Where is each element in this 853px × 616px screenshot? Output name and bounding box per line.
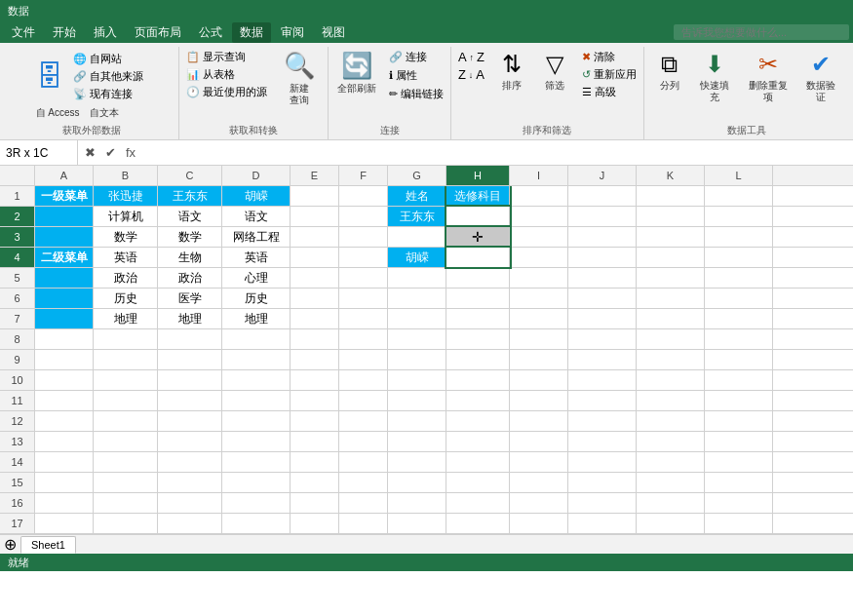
cell-I15[interactable] bbox=[510, 473, 568, 492]
col-header-H[interactable]: H bbox=[446, 166, 510, 185]
row-num-4[interactable]: 4 bbox=[0, 248, 35, 267]
cell-F4[interactable] bbox=[339, 248, 388, 267]
cell-I9[interactable] bbox=[510, 350, 568, 369]
col-header-I[interactable]: I bbox=[510, 166, 568, 185]
cell-B8[interactable] bbox=[94, 329, 158, 349]
cell-J8[interactable] bbox=[568, 329, 637, 349]
cell-B16[interactable] bbox=[94, 493, 158, 513]
other-button[interactable]: 🔗自其他来源 bbox=[69, 68, 147, 85]
current-connect-button[interactable]: 📡现有连接 bbox=[69, 86, 147, 102]
row-num-10[interactable]: 10 bbox=[0, 370, 35, 390]
cell-E6[interactable] bbox=[291, 289, 339, 308]
cancel-icon[interactable]: ✖ bbox=[82, 144, 98, 161]
confirm-icon[interactable]: ✔ bbox=[102, 144, 119, 161]
cell-C17[interactable] bbox=[158, 514, 222, 533]
cell-C1[interactable]: 王东东 bbox=[158, 186, 222, 206]
cell-A15[interactable] bbox=[35, 473, 94, 492]
cell-B11[interactable] bbox=[94, 391, 158, 410]
cell-B15[interactable] bbox=[94, 473, 158, 492]
cell-K4[interactable] bbox=[637, 248, 705, 267]
cell-F1[interactable] bbox=[339, 186, 388, 206]
cell-D15[interactable] bbox=[222, 473, 291, 492]
cell-K6[interactable] bbox=[637, 289, 705, 308]
cell-F17[interactable] bbox=[339, 514, 388, 533]
cell-I8[interactable] bbox=[510, 329, 568, 349]
menu-item-review[interactable]: 审阅 bbox=[273, 22, 312, 43]
row-num-6[interactable]: 6 bbox=[0, 289, 35, 308]
cell-G11[interactable] bbox=[388, 391, 446, 410]
cell-J6[interactable] bbox=[568, 289, 637, 308]
row-num-5[interactable]: 5 bbox=[0, 268, 35, 288]
cell-H4[interactable] bbox=[446, 248, 510, 267]
cell-G7[interactable] bbox=[388, 309, 446, 328]
menu-item-data[interactable]: 数据 bbox=[232, 22, 271, 43]
cell-F15[interactable] bbox=[339, 473, 388, 492]
cell-L7[interactable] bbox=[705, 309, 773, 328]
cell-L6[interactable] bbox=[705, 289, 773, 308]
cell-G17[interactable] bbox=[388, 514, 446, 533]
cell-J16[interactable] bbox=[568, 493, 637, 513]
cell-G8[interactable] bbox=[388, 329, 446, 349]
cell-E9[interactable] bbox=[291, 350, 339, 369]
cell-L1[interactable] bbox=[705, 186, 773, 206]
cell-H6[interactable] bbox=[446, 289, 510, 308]
web-button[interactable]: 🌐自网站 bbox=[69, 51, 147, 67]
cell-C8[interactable] bbox=[158, 329, 222, 349]
cell-I4[interactable] bbox=[510, 248, 568, 267]
cell-I17[interactable] bbox=[510, 514, 568, 533]
cell-B7[interactable]: 地理 bbox=[94, 309, 158, 328]
cell-L13[interactable] bbox=[705, 432, 773, 451]
cell-C2[interactable]: 语文 bbox=[158, 207, 222, 226]
cell-D7[interactable]: 地理 bbox=[222, 309, 291, 328]
cell-H8[interactable] bbox=[446, 329, 510, 349]
formula-input[interactable] bbox=[142, 146, 853, 160]
cell-I6[interactable] bbox=[510, 289, 568, 308]
menu-item-insert[interactable]: 插入 bbox=[86, 22, 125, 43]
formula-icon[interactable]: fx bbox=[123, 144, 138, 161]
cell-G12[interactable] bbox=[388, 411, 446, 431]
cell-L11[interactable] bbox=[705, 391, 773, 410]
cell-E16[interactable] bbox=[291, 493, 339, 513]
cell-J12[interactable] bbox=[568, 411, 637, 431]
cell-I2[interactable] bbox=[510, 207, 568, 226]
cell-A1[interactable]: 一级菜单 bbox=[35, 186, 94, 206]
cell-A7[interactable] bbox=[35, 309, 94, 328]
cell-G3[interactable] bbox=[388, 227, 446, 247]
row-num-15[interactable]: 15 bbox=[0, 473, 35, 492]
cell-K14[interactable] bbox=[637, 452, 705, 472]
fill-button[interactable]: ⬇ 快速填充 bbox=[693, 49, 738, 105]
cell-D12[interactable] bbox=[222, 411, 291, 431]
edit-links-button[interactable]: ✏编辑链接 bbox=[385, 86, 447, 102]
reapply-button[interactable]: ↺重新应用 bbox=[578, 66, 640, 83]
cell-K1[interactable] bbox=[637, 186, 705, 206]
cell-F5[interactable] bbox=[339, 268, 388, 288]
cell-I13[interactable] bbox=[510, 432, 568, 451]
row-num-16[interactable]: 16 bbox=[0, 493, 35, 513]
cell-G2[interactable]: 王东东 bbox=[388, 207, 446, 226]
cell-C10[interactable] bbox=[158, 370, 222, 390]
cell-E8[interactable] bbox=[291, 329, 339, 349]
cell-A12[interactable] bbox=[35, 411, 94, 431]
cell-F12[interactable] bbox=[339, 411, 388, 431]
cell-F14[interactable] bbox=[339, 452, 388, 472]
cell-K16[interactable] bbox=[637, 493, 705, 513]
cell-J17[interactable] bbox=[568, 514, 637, 533]
cell-C7[interactable]: 地理 bbox=[158, 309, 222, 328]
cell-L10[interactable] bbox=[705, 370, 773, 390]
sort-desc-button[interactable]: Z↓A bbox=[454, 66, 488, 83]
row-num-12[interactable]: 12 bbox=[0, 411, 35, 431]
cell-L14[interactable] bbox=[705, 452, 773, 472]
cell-C4[interactable]: 生物 bbox=[158, 248, 222, 267]
cell-A4[interactable]: 二级菜单 bbox=[35, 248, 94, 267]
cell-C9[interactable] bbox=[158, 350, 222, 369]
cell-K11[interactable] bbox=[637, 391, 705, 410]
cell-L9[interactable] bbox=[705, 350, 773, 369]
cell-D5[interactable]: 心理 bbox=[222, 268, 291, 288]
col-header-D[interactable]: D bbox=[222, 166, 291, 185]
cell-C14[interactable] bbox=[158, 452, 222, 472]
col-header-B[interactable]: B bbox=[94, 166, 158, 185]
cell-J2[interactable] bbox=[568, 207, 637, 226]
cell-D16[interactable] bbox=[222, 493, 291, 513]
cell-A6[interactable] bbox=[35, 289, 94, 308]
cell-K3[interactable] bbox=[637, 227, 705, 247]
